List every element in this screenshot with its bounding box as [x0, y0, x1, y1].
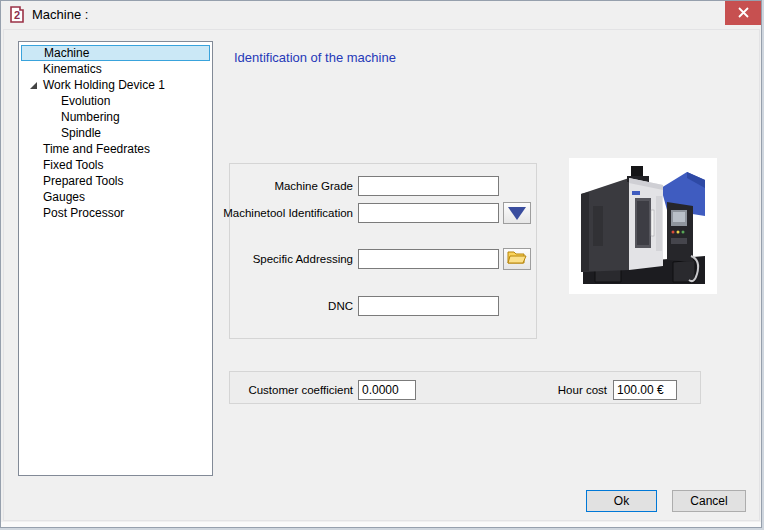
tree-item-post-processor[interactable]: Post Processor [21, 205, 210, 221]
close-button[interactable] [725, 1, 761, 25]
machinetool-identification-dropdown-button[interactable] [503, 202, 531, 224]
page-title: Identification of the machine [234, 50, 396, 65]
machine-grade-label: Machine Grade [206, 180, 353, 192]
machinetool-identification-input[interactable] [358, 203, 499, 223]
specific-addressing-browse-button[interactable] [503, 248, 531, 270]
title-bar[interactable]: 2 Machine : [1, 1, 761, 29]
settings-tree[interactable]: Machine Kinematics Work Holding Device 1… [18, 41, 213, 476]
x-icon [738, 6, 749, 21]
tree-item-kinematics[interactable]: Kinematics [21, 61, 210, 77]
tree-item-label: Gauges [43, 189, 85, 205]
machine-grade-input[interactable] [358, 176, 499, 196]
customer-coefficient-input[interactable] [358, 380, 416, 400]
tree-item-gauges[interactable]: Gauges [21, 189, 210, 205]
open-folder-icon [506, 249, 528, 269]
tree-item-prepared-tools[interactable]: Prepared Tools [21, 173, 210, 189]
ok-button[interactable]: Ok [586, 490, 657, 512]
machine-photo [569, 158, 717, 294]
tree-item-machine[interactable]: Machine [21, 45, 210, 61]
app-icon: 2 [8, 6, 26, 24]
tree-item-numbering[interactable]: Numbering [21, 109, 210, 125]
hour-cost-label: Hour cost [501, 384, 607, 396]
tree-item-label: Spindle [61, 125, 101, 141]
tree-item-label: Work Holding Device 1 [43, 77, 165, 93]
tree-item-label: Numbering [61, 109, 120, 125]
machine-dialog: 2 Machine : Machine Kinematics Work Hold… [0, 0, 762, 528]
tree-item-work-holding-device-1[interactable]: Work Holding Device 1 [21, 77, 210, 93]
machinetool-identification-label: Machinetool Identification [201, 207, 353, 219]
window-title: Machine : [32, 7, 88, 22]
expanded-triangle-icon[interactable] [30, 82, 37, 89]
tree-item-label: Kinematics [43, 61, 102, 77]
down-triangle-icon [508, 207, 526, 220]
tree-item-evolution[interactable]: Evolution [21, 93, 210, 109]
tree-item-spindle[interactable]: Spindle [21, 125, 210, 141]
customer-coefficient-label: Customer coefficient [206, 384, 353, 396]
bottom-edge-strip [1, 522, 761, 528]
svg-text:2: 2 [14, 9, 20, 21]
tree-item-time-and-feedrates[interactable]: Time and Feedrates [21, 141, 210, 157]
tree-item-label: Prepared Tools [43, 173, 124, 189]
tree-item-label: Machine [44, 46, 89, 60]
specific-addressing-label: Specific Addressing [206, 253, 353, 265]
dnc-label: DNC [206, 300, 353, 312]
hour-cost-input[interactable] [613, 380, 677, 400]
tree-item-label: Time and Feedrates [43, 141, 150, 157]
tree-item-fixed-tools[interactable]: Fixed Tools [21, 157, 210, 173]
cancel-button[interactable]: Cancel [672, 490, 746, 512]
tree-item-label: Post Processor [43, 205, 124, 221]
specific-addressing-input[interactable] [358, 249, 499, 269]
tree-item-label: Evolution [61, 93, 110, 109]
tree-item-label: Fixed Tools [43, 157, 103, 173]
dnc-input[interactable] [358, 296, 499, 316]
